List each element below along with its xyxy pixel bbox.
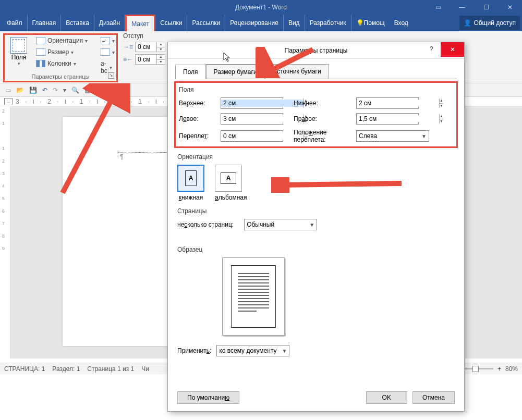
breaks-button[interactable]: ⤶ bbox=[101, 37, 115, 44]
dialog-tab-paper[interactable]: Размер бумаги bbox=[205, 64, 265, 79]
save-icon[interactable]: 💾 bbox=[29, 87, 37, 94]
maximize-icon[interactable]: ☐ bbox=[474, 0, 498, 15]
help-button[interactable]: 💡 Помощ bbox=[351, 15, 390, 31]
margin-bottom-input[interactable] bbox=[357, 100, 439, 107]
spin-down[interactable]: ▼ bbox=[440, 104, 443, 108]
indent-right-field[interactable]: ▲▼ bbox=[135, 54, 165, 65]
status-page[interactable]: СТРАНИЦА: 1 bbox=[4, 365, 45, 373]
orientation-section-label: Ориентация bbox=[177, 153, 455, 160]
group-label: Параметры страницы bbox=[5, 73, 116, 80]
chevron-down-icon: ▼ bbox=[309, 222, 314, 228]
ribbon-options-icon[interactable]: ▭ bbox=[426, 0, 450, 15]
ruler-v-mark: 2 bbox=[2, 108, 5, 114]
orientation-portrait[interactable]: A bbox=[177, 165, 204, 192]
window-controls: ▭ — ☐ ✕ bbox=[426, 0, 522, 15]
ruler-v-mark: 2 bbox=[2, 158, 5, 164]
orientation-button[interactable]: Ориентация bbox=[36, 37, 88, 44]
tab-view[interactable]: Вид bbox=[284, 15, 305, 31]
open-icon[interactable]: 📂 bbox=[16, 87, 24, 94]
portrait-label: книжная bbox=[177, 194, 204, 201]
new-icon[interactable]: ▭ bbox=[5, 87, 11, 94]
ruler-vertical[interactable]: 2 1 1 2 3 4 5 6 7 8 9 bbox=[0, 106, 10, 359]
tab-home[interactable]: Главная bbox=[28, 15, 62, 31]
portrait-icon: A bbox=[185, 170, 197, 186]
redo-icon[interactable]: ↷ bbox=[53, 87, 58, 94]
size-icon bbox=[36, 48, 45, 56]
margins-section-label: Поля bbox=[179, 86, 453, 93]
margin-bottom-field[interactable]: ▲▼ bbox=[356, 97, 419, 109]
minimize-icon[interactable]: — bbox=[450, 0, 474, 15]
help-label: Помощ bbox=[364, 19, 385, 27]
indent-left-input[interactable] bbox=[136, 43, 156, 51]
spin-down[interactable]: ▼ bbox=[157, 47, 165, 52]
status-pages[interactable]: Страница 1 из 1 bbox=[87, 365, 134, 373]
dialog-tab-margins[interactable]: Поля bbox=[175, 65, 206, 79]
tab-references[interactable]: Ссылки bbox=[155, 15, 187, 31]
cancel-button[interactable]: Отмена bbox=[412, 391, 455, 404]
symbol-icon[interactable]: ¶ bbox=[95, 87, 99, 94]
apply-select[interactable]: ко всему документу▼ bbox=[216, 345, 289, 356]
dialog-help-icon[interactable]: ? bbox=[430, 45, 440, 53]
margin-right-input[interactable] bbox=[357, 115, 439, 122]
ruler-v-mark: 5 bbox=[2, 196, 5, 201]
tab-review[interactable]: Рецензирование bbox=[225, 15, 284, 31]
tab-selector[interactable]: ∟ bbox=[4, 98, 13, 105]
multipage-select[interactable]: Обычный▼ bbox=[244, 219, 317, 230]
indent-right-icon: ≡← bbox=[123, 56, 133, 63]
gutter-pos-select[interactable]: Слева▼ bbox=[356, 130, 429, 142]
tab-insert[interactable]: Вставка bbox=[61, 15, 94, 31]
indent-right-input[interactable] bbox=[136, 56, 156, 63]
ok-button[interactable]: OK bbox=[366, 391, 407, 404]
file-tab[interactable]: Файл bbox=[2, 15, 28, 31]
ruler-v-mark: 8 bbox=[2, 233, 5, 239]
ruler-v-mark: 1 bbox=[2, 146, 5, 151]
ribbon-tabs: Файл Главная Вставка Дизайн Макет Ссылки… bbox=[0, 15, 522, 31]
margin-right-field[interactable]: ▲▼ bbox=[356, 113, 419, 125]
tab-design[interactable]: Дизайн bbox=[94, 15, 125, 31]
spin-up[interactable]: ▲ bbox=[440, 114, 443, 119]
qat-icon[interactable]: ▾ bbox=[63, 87, 66, 94]
undo-icon[interactable]: ↶ bbox=[42, 87, 47, 94]
margins-button[interactable]: Поля ▾ bbox=[6, 36, 32, 73]
dialog-tab-source[interactable]: Источник бумаги bbox=[265, 64, 329, 79]
default-button[interactable]: По умолчанию bbox=[177, 391, 239, 404]
zoom-in-icon[interactable]: + bbox=[497, 365, 501, 373]
preview-section: Образец bbox=[177, 246, 455, 336]
spin-up[interactable]: ▲ bbox=[440, 98, 443, 104]
size-button[interactable]: Размер bbox=[36, 48, 74, 56]
signin-button[interactable]: Вход bbox=[390, 15, 413, 31]
columns-label: Колонки bbox=[47, 60, 71, 67]
gutter-field[interactable]: ▲▼ bbox=[221, 130, 283, 142]
dialog-launcher[interactable]: ↘ bbox=[108, 72, 114, 79]
tab-mailings[interactable]: Рассылки bbox=[187, 15, 225, 31]
share-button[interactable]: 👤 Общий доступ bbox=[459, 16, 520, 30]
share-label: Общий доступ bbox=[474, 19, 516, 27]
ruler-v-mark: 7 bbox=[2, 221, 5, 226]
dialog-close-button[interactable]: ✕ bbox=[441, 42, 464, 57]
margin-left-field[interactable]: ▲▼ bbox=[221, 113, 283, 125]
preview-page-icon bbox=[231, 265, 276, 328]
status-section[interactable]: Раздел: 1 bbox=[52, 365, 80, 373]
gutter-pos-value: Слева bbox=[359, 132, 377, 140]
ruler-v-mark: 4 bbox=[2, 183, 5, 189]
linenumbers-button[interactable] bbox=[101, 48, 115, 56]
ruler-v-mark: 6 bbox=[2, 208, 5, 214]
preview-icon[interactable]: 🔍 bbox=[71, 87, 79, 94]
landscape-label: альбомная bbox=[215, 194, 247, 201]
table-icon[interactable]: ▦ bbox=[84, 87, 90, 94]
margin-left-label: Левое: bbox=[179, 115, 221, 122]
tab-layout[interactable]: Макет bbox=[125, 15, 155, 31]
indent-left-field[interactable]: ▲▼ bbox=[135, 42, 165, 52]
orientation-landscape[interactable]: A bbox=[215, 165, 242, 192]
spin-up[interactable]: ▲ bbox=[157, 42, 165, 47]
spin-up[interactable]: ▲ bbox=[157, 55, 165, 60]
columns-button[interactable]: Колонки bbox=[36, 60, 76, 67]
spin-down[interactable]: ▼ bbox=[157, 60, 165, 65]
apply-label: Применить: bbox=[177, 347, 211, 354]
status-words[interactable]: Чи bbox=[141, 365, 149, 373]
zoom-value[interactable]: 80% bbox=[505, 365, 518, 373]
margin-top-field[interactable]: ▲▼ bbox=[221, 97, 283, 109]
tab-developer[interactable]: Разработчик bbox=[305, 15, 351, 31]
spin-down[interactable]: ▼ bbox=[440, 119, 443, 124]
close-icon[interactable]: ✕ bbox=[498, 0, 522, 15]
